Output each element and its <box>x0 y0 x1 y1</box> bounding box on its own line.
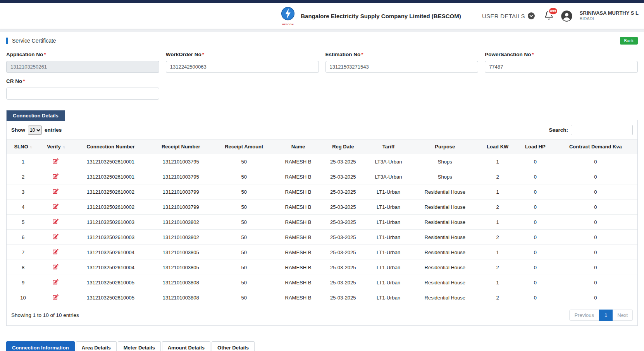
user-details-menu[interactable]: USER DETAILS <box>482 12 535 19</box>
cell-tariff: LT1-Urban <box>365 215 412 230</box>
user-name: SRINIVASA MURTHY S L <box>580 10 639 16</box>
tab-meter-details[interactable]: Meter Details <box>118 341 161 351</box>
user-info: SRINIVASA MURTHY S L BIDADI <box>580 10 639 22</box>
cell-contract-demand-kva: 0 <box>554 154 637 169</box>
cell-slno: 1 <box>7 154 40 169</box>
verify-edit-button[interactable] <box>53 219 59 224</box>
cell-receipt-number: 1312101003799 <box>149 200 212 215</box>
pagination: Previous 1 Next <box>569 310 633 321</box>
table-row: 213121032502610001131210100379550RAMESH … <box>7 169 637 184</box>
cell-receipt-number: 1312101003808 <box>149 290 212 305</box>
cell-receipt-number: 1312101003802 <box>149 215 212 230</box>
cr-no-label: CR No* <box>6 78 159 84</box>
cell-contract-demand-kva: 0 <box>554 275 637 290</box>
cell-purpose: Residential House <box>412 184 478 200</box>
cell-tariff: LT1-Urban <box>365 230 412 245</box>
cell-connection-number: 13121032502610001 <box>72 169 149 184</box>
pagination-next-button[interactable]: Next <box>613 310 633 321</box>
cell-reg-date: 25-03-2025 <box>321 200 365 215</box>
cell-name: RAMESH B <box>276 230 321 245</box>
edit-icon <box>53 173 59 179</box>
cell-slno: 8 <box>7 260 40 275</box>
cell-receipt-number: 1312101003805 <box>149 245 212 260</box>
verify-edit-button[interactable] <box>53 203 59 209</box>
cr-no-input[interactable] <box>6 88 159 100</box>
pagination-page-1-button[interactable]: 1 <box>599 310 613 321</box>
column-header-verify[interactable]: Verify↑↓ <box>40 139 72 154</box>
entries-label: entries <box>45 127 62 133</box>
search-input[interactable] <box>571 125 633 135</box>
cell-tariff: LT1-Urban <box>365 290 412 305</box>
cell-contract-demand-kva: 0 <box>554 260 637 275</box>
application-no-label: Application No* <box>6 52 159 57</box>
tab-amount-details[interactable]: Amount Details <box>162 341 210 351</box>
column-header-name: Name <box>276 139 321 154</box>
tab-connection-information[interactable]: Connection Information <box>6 341 75 351</box>
back-button[interactable]: Back <box>620 37 638 45</box>
verify-edit-button[interactable] <box>53 234 59 239</box>
cell-receipt-amount: 50 <box>212 275 276 290</box>
cell-purpose: Residential House <box>412 215 478 230</box>
cell-load-kw: 1 <box>478 215 517 230</box>
cell-slno: 2 <box>7 169 40 184</box>
workorder-no-input[interactable] <box>166 61 319 73</box>
powersanction-no-input[interactable] <box>485 61 638 73</box>
cell-load-kw: 1 <box>478 245 517 260</box>
table-row: 913121032502610005131210100380850RAMESH … <box>7 275 637 290</box>
cell-load-kw: 2 <box>478 230 517 245</box>
cell-reg-date: 25-03-2025 <box>321 275 365 290</box>
column-header-tariff: Tariff <box>365 139 412 154</box>
user-location: BIDADI <box>580 16 639 22</box>
user-avatar[interactable] <box>561 10 573 22</box>
verify-edit-button[interactable] <box>53 294 59 300</box>
edit-icon <box>53 234 59 239</box>
verify-edit-button[interactable] <box>53 249 59 255</box>
page-size-select[interactable]: 10 <box>28 126 42 135</box>
cell-slno: 6 <box>7 230 40 245</box>
org-title: Bangalore Electricity Supply Company Lim… <box>301 13 461 19</box>
cell-slno: 5 <box>7 215 40 230</box>
verify-cell <box>40 260 72 275</box>
cell-purpose: Residential House <box>412 245 478 260</box>
verify-edit-button[interactable] <box>53 279 59 285</box>
cell-tariff: LT1-Urban <box>365 184 412 200</box>
pagination-previous-button[interactable]: Previous <box>569 310 599 321</box>
cr-no-field: CR No* <box>6 78 159 100</box>
cell-slno: 7 <box>7 245 40 260</box>
notification-bell[interactable]: 899 <box>544 10 554 22</box>
cell-purpose: Residential House <box>412 260 478 275</box>
verify-edit-button[interactable] <box>53 264 59 270</box>
table-row: 313121032502610002131210100379950RAMESH … <box>7 184 637 200</box>
tab-area-details[interactable]: Area Details <box>76 341 117 351</box>
tab-other-details[interactable]: Other Details <box>212 341 255 351</box>
cell-receipt-amount: 50 <box>212 200 276 215</box>
table-row: 113121032502610001131210100379550RAMESH … <box>7 154 637 169</box>
verify-edit-button[interactable] <box>53 158 59 164</box>
edit-icon <box>53 158 59 164</box>
cell-tariff: LT3A-Urban <box>365 169 412 184</box>
bescom-logo: BESCOM <box>279 6 297 26</box>
cell-name: RAMESH B <box>276 169 321 184</box>
edit-icon <box>53 188 59 194</box>
app-header: BESCOM Bangalore Electricity Supply Comp… <box>0 3 644 29</box>
column-header-contract-demand-kva: Contract Demand Kva <box>554 139 637 154</box>
verify-edit-button[interactable] <box>53 188 59 194</box>
cell-receipt-number: 1312101003802 <box>149 230 212 245</box>
connection-details-table: SLNO↑↓Verify↑↓Connection NumberReceipt N… <box>7 139 637 305</box>
chevron-down-circle-icon <box>528 12 535 19</box>
cell-receipt-amount: 50 <box>212 290 276 305</box>
cell-receipt-number: 1312101003805 <box>149 260 212 275</box>
cell-receipt-amount: 50 <box>212 154 276 169</box>
cell-name: RAMESH B <box>276 154 321 169</box>
workorder-no-label: WorkOrder No* <box>166 52 319 57</box>
estimation-no-input[interactable] <box>325 61 479 73</box>
verify-edit-button[interactable] <box>53 173 59 179</box>
cell-contract-demand-kva: 0 <box>554 290 637 305</box>
edit-icon <box>53 264 59 270</box>
column-header-slno[interactable]: SLNO↑↓ <box>7 139 40 154</box>
cell-receipt-number: 1312101003795 <box>149 169 212 184</box>
cell-load-hp: 0 <box>517 260 554 275</box>
table-body: 113121032502610001131210100379550RAMESH … <box>7 154 637 305</box>
table-row: 413121032502610002131210100379950RAMESH … <box>7 200 637 215</box>
page-title: Service Certificate <box>6 38 56 44</box>
